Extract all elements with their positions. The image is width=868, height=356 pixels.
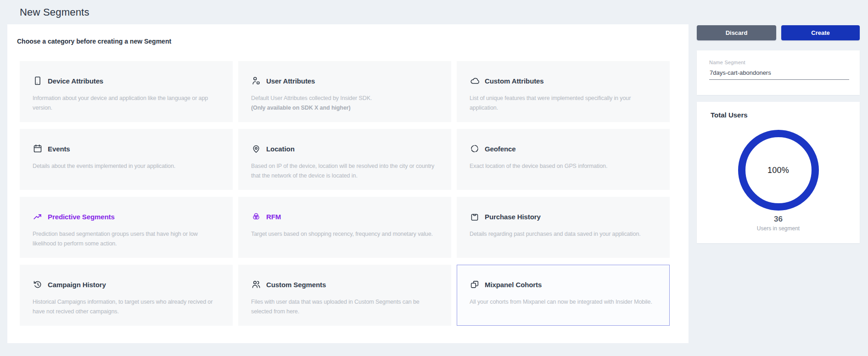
cohorts-icon [470, 279, 480, 289]
user-badge-icon [251, 76, 261, 86]
history-icon [33, 279, 43, 289]
category-card-location[interactable]: Location Based on IP of the device, loca… [238, 129, 451, 190]
category-card-purchase-history[interactable]: Purchase History Details regarding past … [457, 197, 670, 258]
category-description: List of unique features that were implem… [470, 94, 657, 113]
category-description-text: List of unique features that were implem… [470, 95, 631, 111]
category-card-header: Device Attributes [33, 76, 220, 86]
users-caption: Users in segment [697, 225, 860, 232]
category-title: Campaign History [48, 281, 106, 289]
category-title: Purchase History [485, 213, 541, 221]
users-count: 36 [697, 215, 860, 224]
map-pin-icon [251, 144, 261, 154]
total-users-donut-chart: 100% [738, 129, 819, 211]
category-title: Predictive Segments [48, 213, 115, 221]
category-description-text: Default User Attributes collected by Ins… [251, 95, 372, 101]
category-card-events[interactable]: Events Details about the events implemen… [20, 129, 233, 190]
category-card-user-attributes[interactable]: User Attributes Default User Attributes … [238, 61, 451, 122]
category-description: Historical Campaigns information, to tar… [33, 297, 220, 317]
category-description-text: Details regarding past purchases and dat… [470, 231, 641, 237]
name-segment-card: Name Segment [697, 50, 860, 95]
category-description: Default User Attributes collected by Ins… [251, 94, 439, 113]
category-title: Geofence [485, 145, 516, 153]
donut-percent-label: 100% [738, 129, 819, 211]
category-card-header: Predictive Segments [33, 211, 220, 222]
category-card-rfm[interactable]: RFM Target users based on shopping recen… [238, 197, 451, 258]
category-description-text: Exact location of the device based on GP… [470, 163, 607, 169]
category-grid: Device Attributes Information about your… [20, 61, 670, 326]
create-button[interactable]: Create [781, 25, 860, 40]
category-description: Exact location of the device based on GP… [470, 161, 657, 171]
category-description: All your cohorts from Mixpanel can now b… [470, 297, 657, 307]
category-title: Mixpanel Cohorts [485, 281, 542, 289]
category-description: Details about the events implemented in … [33, 161, 220, 171]
trending-up-icon [33, 211, 43, 222]
discard-button[interactable]: Discard [697, 25, 776, 40]
category-description: Files with user data that was uploaded i… [251, 297, 439, 317]
category-card-custom-segments[interactable]: Custom Segments Files with user data tha… [238, 265, 451, 326]
category-title: Location [266, 145, 295, 153]
category-description-bold: (Only available on SDK X and higher) [251, 103, 439, 113]
category-card-header: Mixpanel Cohorts [470, 279, 657, 289]
category-description-text: All your cohorts from Mixpanel can now b… [470, 299, 652, 305]
category-title: Events [48, 145, 70, 153]
category-card-header: Purchase History [470, 211, 657, 222]
category-description-text: Prediction based segmentation groups use… [33, 231, 198, 247]
page-title: New Segments [20, 6, 90, 18]
category-card-header: Custom Segments [251, 279, 439, 289]
category-card-mixpanel-cohorts[interactable]: Mixpanel Cohorts All your cohorts from M… [457, 265, 670, 326]
category-title: User Attributes [266, 77, 315, 85]
name-segment-label: Name Segment [709, 60, 849, 65]
category-description: Details regarding past purchases and dat… [470, 229, 657, 239]
category-card-header: Location [251, 144, 439, 154]
total-users-card: Total Users 100% 36 Users in segment [697, 102, 860, 243]
category-description-text: Based on IP of the device, location will… [251, 163, 434, 179]
category-description-text: Details about the events implemented in … [33, 163, 175, 169]
category-card-header: Campaign History [33, 279, 220, 289]
category-title: Custom Segments [266, 281, 326, 289]
category-card-header: Events [33, 144, 220, 154]
name-segment-input[interactable] [709, 69, 849, 80]
shopping-bag-icon [470, 211, 480, 222]
category-card-header: Custom Attributes [470, 76, 657, 86]
category-card-device-attributes[interactable]: Device Attributes Information about your… [20, 61, 233, 122]
category-title: Custom Attributes [485, 77, 544, 85]
category-description-text: Files with user data that was uploaded i… [251, 299, 420, 315]
category-card-geofence[interactable]: Geofence Exact location of the device ba… [457, 129, 670, 190]
users-icon [251, 279, 261, 289]
category-title: RFM [266, 213, 281, 221]
crosshair-icon [470, 144, 480, 154]
category-card-campaign-history[interactable]: Campaign History Historical Campaigns in… [20, 265, 233, 326]
category-description: Based on IP of the device, location will… [251, 161, 439, 181]
categories-panel: Choose a category before creating a new … [7, 24, 689, 343]
venn-icon [251, 211, 261, 222]
category-description: Target users based on shopping recency, … [251, 229, 439, 239]
category-description: Prediction based segmentation groups use… [33, 229, 220, 249]
tablet-icon [33, 76, 43, 86]
total-users-heading: Total Users [711, 111, 748, 119]
category-card-custom-attributes[interactable]: Custom Attributes List of unique feature… [457, 61, 670, 122]
calendar-icon [33, 144, 43, 154]
category-description: Information about your device and applic… [33, 94, 220, 113]
category-card-predictive-segments[interactable]: Predictive Segments Prediction based seg… [20, 197, 233, 258]
panel-heading: Choose a category before creating a new … [17, 38, 171, 45]
category-description-text: Information about your device and applic… [33, 95, 208, 111]
category-description-text: Historical Campaigns information, to tar… [33, 299, 213, 315]
cloud-icon [470, 76, 480, 86]
category-card-header: User Attributes [251, 76, 439, 86]
category-title: Device Attributes [48, 77, 103, 85]
category-card-header: RFM [251, 211, 439, 222]
category-description-text: Target users based on shopping recency, … [251, 231, 433, 237]
category-card-header: Geofence [470, 144, 657, 154]
